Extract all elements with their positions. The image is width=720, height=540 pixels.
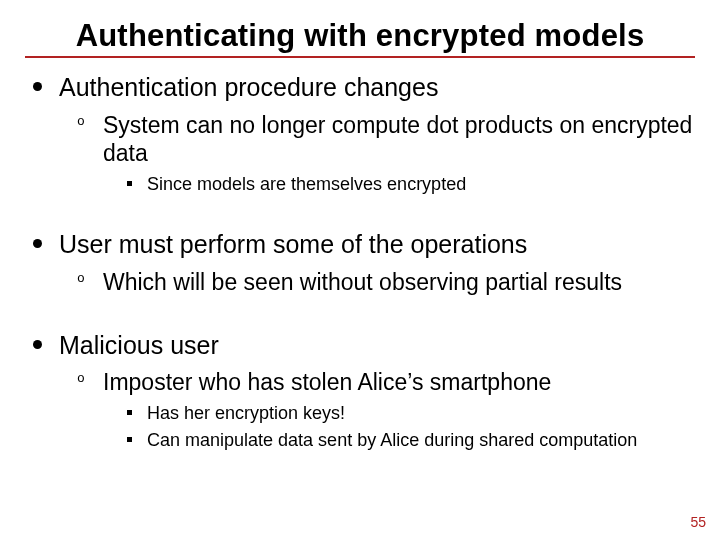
list-item: System can no longer compute dot product… — [59, 111, 695, 196]
list-item: Imposter who has stolen Alice’s smartpho… — [59, 368, 695, 451]
list-item: Can manipulate data sent by Alice during… — [103, 429, 695, 452]
bullet-text: Authentication procedure changes — [59, 73, 438, 101]
spacer — [25, 209, 695, 229]
bullet-list: System can no longer compute dot product… — [59, 111, 695, 196]
bullet-text: Can manipulate data sent by Alice during… — [147, 430, 637, 450]
list-item: User must perform some of the operations… — [25, 229, 695, 296]
bullet-text: System can no longer compute dot product… — [103, 112, 692, 166]
spacer — [25, 310, 695, 330]
bullet-list: Has her encryption keys! Can manipulate … — [103, 402, 695, 451]
bullet-list: Authentication procedure changes System … — [25, 72, 695, 451]
list-item: Has her encryption keys! — [103, 402, 695, 425]
list-item: Malicious user Imposter who has stolen A… — [25, 330, 695, 452]
list-item: Authentication procedure changes System … — [25, 72, 695, 195]
bullet-text: User must perform some of the operations — [59, 230, 527, 258]
slide: Authenticating with encrypted models Aut… — [0, 0, 720, 540]
bullet-text: Since models are themselves encrypted — [147, 174, 466, 194]
page-number: 55 — [690, 514, 706, 530]
bullet-text: Has her encryption keys! — [147, 403, 345, 423]
bullet-list: Imposter who has stolen Alice’s smartpho… — [59, 368, 695, 451]
bullet-list: Since models are themselves encrypted — [103, 173, 695, 196]
bullet-text: Imposter who has stolen Alice’s smartpho… — [103, 369, 551, 395]
bullet-text: Which will be seen without observing par… — [103, 269, 622, 295]
slide-title: Authenticating with encrypted models — [25, 18, 695, 58]
bullet-list: Which will be seen without observing par… — [59, 268, 695, 296]
list-item: Which will be seen without observing par… — [59, 268, 695, 296]
bullet-text: Malicious user — [59, 331, 219, 359]
list-item: Since models are themselves encrypted — [103, 173, 695, 196]
